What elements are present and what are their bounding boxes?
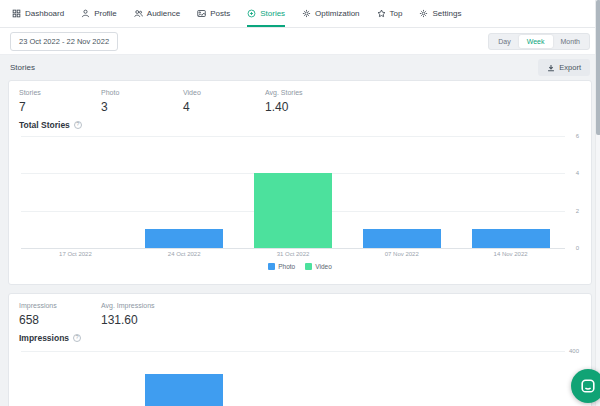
date-range-picker[interactable]: 23 Oct 2022 - 22 Nov 2022 [10, 32, 118, 51]
x-axis-tick-label: 24 Oct 2022 [130, 251, 239, 257]
nav-item-audience[interactable]: Audience [134, 0, 180, 27]
impressions-title-row: Impressions ? [19, 333, 581, 343]
legend-item-photo[interactable]: Photo [268, 263, 295, 270]
stat-avg-stories: Avg. Stories 1.40 [265, 88, 347, 114]
stat-photo: Photo 3 [101, 88, 183, 114]
info-icon[interactable]: ? [73, 334, 81, 342]
bar-photo-07-Nov-2022 [363, 229, 441, 248]
nav-item-settings[interactable]: Settings [419, 0, 461, 27]
download-icon [547, 64, 555, 72]
gridline [21, 248, 565, 249]
nav-item-top[interactable]: Top [377, 0, 403, 27]
nav-label: Profile [94, 9, 117, 18]
stories-stats-row: Stories 7 Photo 3 Video 4 Avg. Stories 1… [19, 88, 581, 114]
stat-stories: Stories 7 [19, 88, 101, 114]
impressions-card: Impressions 658 Avg. Impressions 131.60 … [8, 293, 592, 406]
y-axis-tick-label: 4 [576, 170, 579, 176]
impressions-stats-row: Impressions 658 Avg. Impressions 131.60 [19, 301, 581, 327]
stat-label: Impressions [19, 301, 101, 310]
gridline [21, 136, 565, 137]
bar-video-31-Oct-2022 [254, 173, 332, 248]
stat-value: 658 [19, 313, 101, 327]
x-axis-tick-label: 07 Nov 2022 [347, 251, 456, 257]
gear-icon [419, 9, 428, 18]
export-button[interactable]: Export [538, 59, 590, 76]
legend-item-video[interactable]: Video [305, 263, 332, 270]
total-stories-card: Stories 7 Photo 3 Video 4 Avg. Stories 1… [8, 80, 592, 285]
nav-label: Posts [210, 9, 230, 18]
people-group-icon [134, 9, 143, 18]
nav-item-optimization[interactable]: Optimization [302, 0, 359, 27]
stat-value: 131.60 [101, 313, 183, 327]
legend-label: Photo [278, 263, 295, 270]
chat-icon [580, 378, 596, 394]
scrollbar[interactable] [595, 0, 600, 406]
x-axis-tick-label: 17 Oct 2022 [21, 251, 130, 257]
circle-plus-icon [247, 9, 256, 18]
chart-title: Impressions [19, 333, 69, 343]
bar-photo-14-Nov-2022 [472, 229, 550, 248]
gear-icon [302, 9, 311, 18]
x-axis-tick-label: 31 Oct 2022 [239, 251, 348, 257]
period-day-button[interactable]: Day [490, 35, 518, 48]
nav-label: Settings [432, 9, 461, 18]
stat-label: Video [183, 88, 265, 97]
scrollbar-thumb[interactable] [596, 0, 600, 135]
nav-label: Dashboard [25, 9, 64, 18]
nav-label: Stories [260, 9, 285, 18]
gridline [21, 351, 565, 352]
nav-label: Audience [147, 9, 180, 18]
export-button-label: Export [559, 63, 581, 72]
stat-label: Stories [19, 88, 101, 97]
section-title: Stories [10, 63, 35, 72]
star-icon [377, 9, 386, 18]
bar-impressions-24-Oct-2022 [145, 374, 223, 406]
chart-title: Total Stories [19, 120, 70, 130]
impressions-plot: 400 [21, 349, 565, 406]
nav-item-profile[interactable]: Profile [81, 0, 117, 27]
period-week-button[interactable]: Week [519, 35, 553, 48]
stat-impressions: Impressions 658 [19, 301, 101, 327]
legend-swatch [268, 263, 275, 270]
image-icon [197, 9, 206, 18]
y-axis-tick-label: 0 [576, 245, 579, 251]
total-stories-xlabels: 17 Oct 202224 Oct 202231 Oct 202207 Nov … [21, 251, 565, 257]
stat-value: 4 [183, 100, 265, 114]
x-axis-tick-label: 14 Nov 2022 [456, 251, 565, 257]
total-stories-plot: 0246 [21, 136, 565, 248]
total-stories-legend: PhotoVideo [19, 263, 581, 270]
y-axis-tick-label: 6 [576, 133, 579, 139]
stat-label: Avg. Stories [265, 88, 347, 97]
period-segmented-control: Day Week Month [488, 33, 590, 50]
dashboard-grid-icon [12, 9, 21, 18]
nav-label: Top [390, 9, 403, 18]
stat-value: 3 [101, 100, 183, 114]
y-axis-tick-label: 2 [576, 208, 579, 214]
stat-video: Video 4 [183, 88, 265, 114]
bar-photo-24-Oct-2022 [145, 229, 223, 248]
legend-swatch [305, 263, 312, 270]
nav-item-dashboard[interactable]: Dashboard [12, 0, 64, 27]
legend-label: Video [315, 263, 332, 270]
nav-item-posts[interactable]: Posts [197, 0, 230, 27]
stat-avg-impressions: Avg. Impressions 131.60 [101, 301, 183, 327]
nav-label: Optimization [315, 9, 359, 18]
y-axis-tick-label: 400 [569, 348, 579, 354]
period-month-button[interactable]: Month [553, 35, 588, 48]
stat-value: 1.40 [265, 100, 347, 114]
stories-section-header: Stories Export [0, 55, 600, 80]
total-stories-title-row: Total Stories ? [19, 120, 581, 130]
filters-toolbar: 23 Oct 2022 - 22 Nov 2022 Day Week Month [0, 28, 600, 55]
nav-item-stories[interactable]: Stories [247, 0, 285, 27]
stat-label: Photo [101, 88, 183, 97]
person-icon [81, 9, 90, 18]
top-navigation: Dashboard Profile Audience Posts Stories… [0, 0, 600, 28]
chat-launcher-button[interactable] [571, 369, 600, 403]
stat-value: 7 [19, 100, 101, 114]
info-icon[interactable]: ? [74, 121, 82, 129]
stat-label: Avg. Impressions [101, 301, 183, 310]
